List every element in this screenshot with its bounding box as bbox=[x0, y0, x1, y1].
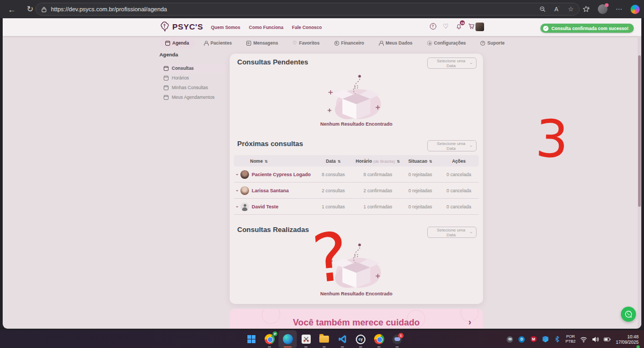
sidebar-item-label: Consultas bbox=[172, 66, 194, 71]
cart-icon[interactable] bbox=[468, 23, 475, 30]
calendar-icon bbox=[164, 95, 169, 100]
page-scrollbar-thumb[interactable] bbox=[638, 55, 641, 207]
favorites-heart-icon[interactable]: ♡ bbox=[442, 23, 449, 30]
windows-taskbar: P cy 1 D M PORPTB2 bbox=[0, 330, 644, 348]
whatsapp-button[interactable] bbox=[621, 307, 636, 322]
page-scrollbar-track[interactable] bbox=[638, 36, 641, 329]
taskbar-clock[interactable]: 10:48 17/09/2025 bbox=[616, 334, 639, 345]
patient-name[interactable]: Larissa Santana bbox=[252, 188, 289, 193]
brain-logo-icon bbox=[159, 21, 170, 32]
tab-agenda[interactable]: Agenda bbox=[159, 38, 195, 48]
taskbar-snipping-tool[interactable] bbox=[297, 330, 315, 348]
tab-configuracoes[interactable]: Configurações bbox=[421, 38, 472, 48]
tab-favoritos[interactable]: ♡Favoritos bbox=[287, 38, 325, 48]
help-icon[interactable]: ? bbox=[429, 23, 436, 30]
notifications-bell-icon[interactable]: 19 bbox=[455, 23, 462, 30]
toast-check-icon: ✓ bbox=[543, 26, 548, 31]
copilot-icon[interactable] bbox=[631, 5, 640, 14]
col-horario[interactable]: Horário (de Brasília) ⇅ bbox=[354, 158, 401, 164]
running-indicator bbox=[377, 346, 380, 347]
tray-dell-icon[interactable]: D bbox=[518, 336, 525, 343]
expand-chevron-icon[interactable]: › bbox=[235, 190, 240, 191]
col-data[interactable]: Data ⇅ bbox=[312, 158, 354, 164]
taskbar-chrome[interactable] bbox=[370, 330, 388, 348]
sidebar-item-minhas-consultas[interactable]: Minhas Consultas bbox=[159, 83, 228, 92]
self-care-banner[interactable]: Você também merece cuidado › bbox=[230, 309, 483, 329]
col-situacao[interactable]: Situacao ⇅ bbox=[401, 158, 439, 164]
tray-windows-security-icon[interactable] bbox=[542, 336, 549, 343]
tab-label: Agenda bbox=[172, 40, 189, 46]
section-title-proximas: Próximas consultas bbox=[237, 140, 303, 148]
tab-pacientes[interactable]: Pacientes bbox=[197, 38, 238, 48]
banner-arrow-icon[interactable]: › bbox=[469, 317, 471, 327]
tray-bluetooth-icon[interactable] bbox=[554, 336, 561, 343]
cell-confirmadas: 1 confirmadas bbox=[354, 204, 401, 209]
volume-icon[interactable] bbox=[592, 336, 599, 343]
taskbar-edge[interactable] bbox=[279, 330, 297, 348]
date-filter-label: Selecione uma Data bbox=[432, 141, 470, 151]
date-filter-realizadas[interactable]: Selecione uma Data› bbox=[427, 227, 477, 238]
language-indicator[interactable]: PORPTB2 bbox=[566, 335, 576, 344]
cell-confirmadas: 8 confirmadas bbox=[354, 172, 401, 177]
favorite-star-icon[interactable]: ☆ bbox=[568, 5, 574, 13]
taskbar-vscode[interactable] bbox=[333, 330, 352, 348]
tray-mcafee-icon[interactable]: M bbox=[530, 336, 537, 343]
back-button[interactable]: ← bbox=[4, 5, 19, 14]
table-row: › David Teste 1 consultas 1 confirmadas … bbox=[234, 199, 479, 215]
main-tabs: Agenda Pacientes Mensagens ♡Favoritos Fi… bbox=[159, 38, 510, 48]
desktop-screenshot: { "browser": { "url": "https://dev.psycs… bbox=[0, 0, 644, 348]
webpage: PSYC'S Quem Somos Como Funciona Fale Con… bbox=[3, 18, 641, 329]
patient-name[interactable]: Paciente Cypress Logado bbox=[252, 172, 311, 177]
patient-name[interactable]: David Teste bbox=[252, 204, 279, 209]
browser-profile-avatar[interactable] bbox=[598, 4, 608, 14]
nav-quem-somos[interactable]: Quem Somos bbox=[211, 25, 240, 30]
empty-state-text: Nenhum Resultado Encontrado bbox=[230, 291, 483, 296]
url-text[interactable]: https://dev.psycs.com.br/profissional/ag… bbox=[51, 6, 539, 12]
taskbar-discord[interactable]: 1 bbox=[388, 330, 406, 348]
consultas-table: Nome ⇅ Data ⇅ Horário (de Brasília) ⇅ Si… bbox=[234, 155, 479, 215]
read-aloud-icon[interactable]: Aˊ bbox=[554, 6, 559, 12]
wifi-icon[interactable] bbox=[580, 336, 587, 343]
more-menu-icon[interactable]: ⋯ bbox=[616, 5, 623, 13]
expand-chevron-icon[interactable]: › bbox=[235, 206, 240, 207]
taskbar-file-explorer[interactable] bbox=[315, 330, 333, 348]
tab-financeiro[interactable]: Financeiro bbox=[328, 38, 370, 48]
tab-suporte[interactable]: Suporte bbox=[474, 38, 510, 48]
sidebar-item-horarios[interactable]: Horários bbox=[159, 74, 228, 82]
system-tray: D M PORPTB2 10:48 17/09/2025 bbox=[507, 330, 639, 348]
table-row: › Larissa Santana 2 consultas 2 confirma… bbox=[234, 183, 479, 199]
user-avatar[interactable] bbox=[475, 23, 484, 31]
date-filter-pendentes[interactable]: Selecione uma Data› bbox=[427, 57, 477, 69]
zoom-out-icon[interactable] bbox=[539, 6, 546, 12]
running-indicator bbox=[304, 346, 308, 347]
taskbar-chrome-profile[interactable]: P bbox=[260, 330, 279, 348]
tab-mensagens[interactable]: Mensagens bbox=[240, 38, 284, 48]
running-indicator bbox=[359, 346, 362, 347]
start-button[interactable] bbox=[242, 330, 260, 348]
sort-icon: ⇅ bbox=[338, 160, 341, 163]
date-filter-proximas[interactable]: Selecione uma Data› bbox=[427, 140, 477, 151]
tray-discord-icon[interactable] bbox=[507, 336, 514, 343]
logo[interactable]: PSYC'S bbox=[159, 21, 203, 32]
tab-label: Pacientes bbox=[210, 40, 232, 46]
taskbar-cypress[interactable]: cy bbox=[352, 330, 370, 348]
folder-icon bbox=[319, 336, 329, 343]
nav-fale-conosco[interactable]: Fale Conosco bbox=[292, 25, 322, 30]
address-bar[interactable]: https://dev.psycs.com.br/profissional/ag… bbox=[35, 3, 580, 16]
cell-canceladas: 0 cancelada bbox=[439, 172, 479, 177]
sort-icon: ⇅ bbox=[429, 160, 432, 163]
success-toast[interactable]: ✓ Consulta confirmada com sucesso! bbox=[540, 24, 634, 33]
chevron-down-icon: › bbox=[469, 231, 474, 233]
expand-chevron-icon[interactable]: › bbox=[235, 173, 240, 175]
collections-icon[interactable] bbox=[582, 6, 590, 13]
site-header: PSYC'S Quem Somos Como Funciona Fale Con… bbox=[3, 18, 641, 36]
taskbar-apps: P cy 1 bbox=[242, 330, 406, 348]
col-nome[interactable]: Nome ⇅ bbox=[234, 158, 312, 164]
sidebar-item-consultas[interactable]: Consultas bbox=[159, 64, 228, 73]
battery-icon[interactable] bbox=[604, 336, 611, 343]
nav-como-funciona[interactable]: Como Funciona bbox=[249, 25, 283, 30]
date-filter-label: Selecione uma Data bbox=[432, 228, 470, 237]
cell-canceladas: 0 cancelada bbox=[439, 204, 479, 209]
sidebar-item-meus-agendamentos[interactable]: Meus Agendamentos bbox=[159, 93, 228, 102]
tab-meus-dados[interactable]: Meus Dados bbox=[373, 38, 419, 48]
